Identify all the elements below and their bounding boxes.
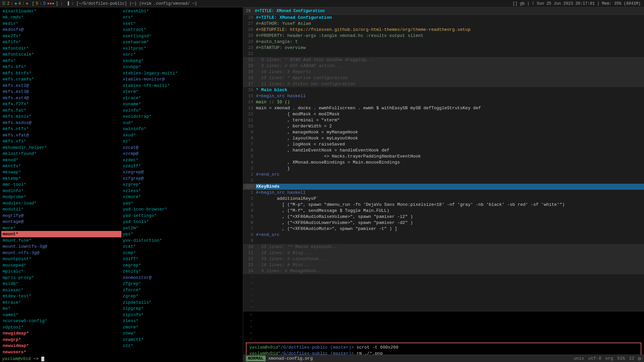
file-item[interactable]: mpris-proxy* bbox=[1, 275, 121, 281]
file-item[interactable]: mklost+found* bbox=[1, 150, 121, 157]
file-item[interactable]: mkfs.vfat@ bbox=[1, 132, 121, 138]
file-item[interactable]: ncursesw6-config* bbox=[1, 318, 121, 324]
file-item[interactable]: zzz* bbox=[121, 343, 241, 349]
file-item[interactable]: ndptool* bbox=[1, 324, 121, 330]
file-item[interactable]: mmc-tool* bbox=[1, 181, 121, 187]
file-item[interactable]: modinfo* bbox=[1, 188, 121, 194]
file-item[interactable]: zegrep* bbox=[121, 262, 241, 268]
shell-prompt[interactable]: yaslam@v0id ~> bbox=[0, 356, 243, 362]
file-item[interactable]: xsettingsd* bbox=[121, 33, 241, 39]
file-item[interactable]: newuidmap* bbox=[1, 343, 121, 349]
file-item[interactable]: mkdosfs@ bbox=[1, 26, 121, 33]
file-item[interactable]: mount.ntfs-3g@ bbox=[1, 250, 121, 256]
file-item[interactable]: xwininfo* bbox=[121, 126, 241, 132]
file-item[interactable]: xvinfo* bbox=[121, 107, 241, 113]
file-item[interactable]: xsetroot* bbox=[121, 26, 241, 33]
file-item[interactable]: xzegrep@ bbox=[121, 169, 241, 175]
file-item[interactable]: zenity* bbox=[121, 268, 241, 274]
file-item[interactable]: xtrace* bbox=[121, 95, 241, 101]
file-item[interactable]: mke2fs* bbox=[1, 33, 121, 39]
file-item[interactable]: xzfgrep@ bbox=[121, 175, 241, 181]
file-item[interactable]: xrevshlbi* bbox=[121, 8, 241, 14]
file-item[interactable]: xrs* bbox=[121, 14, 241, 20]
file-item[interactable]: namei* bbox=[1, 312, 121, 318]
file-item[interactable]: yad* bbox=[121, 200, 241, 206]
file-item[interactable]: modules-load* bbox=[1, 200, 121, 206]
file-item[interactable]: mktemp* bbox=[1, 175, 121, 181]
file-item[interactable]: xsltproc* bbox=[121, 45, 241, 51]
file-item[interactable]: xzdiff* bbox=[121, 163, 241, 169]
file-item[interactable]: xud* bbox=[121, 120, 241, 126]
file-item[interactable]: zipdetails* bbox=[121, 299, 241, 305]
file-item[interactable]: zcat* bbox=[121, 243, 241, 249]
file-item[interactable]: xxud* bbox=[121, 132, 241, 138]
file-item[interactable]: mkntfs* bbox=[1, 163, 121, 169]
file-item[interactable]: newusers* bbox=[1, 349, 121, 355]
file-item[interactable]: znew* bbox=[121, 330, 241, 336]
file-item[interactable]: msiexec* bbox=[1, 287, 121, 293]
file-item[interactable]: mkhomedir_helper* bbox=[1, 144, 121, 150]
file-item[interactable]: zdiff* bbox=[121, 256, 241, 262]
file-item[interactable]: modprobe* bbox=[1, 194, 121, 200]
file-item[interactable]: mousepad* bbox=[1, 262, 121, 268]
file-item[interactable]: xzdec* bbox=[121, 157, 241, 163]
file-item[interactable]: mkfs.ext3@ bbox=[1, 88, 121, 95]
file-item[interactable]: mkfs.ntfs* bbox=[1, 126, 121, 132]
file-item[interactable]: mount.fuse* bbox=[1, 237, 121, 243]
file-item[interactable]: mkfs.ext4@ bbox=[1, 95, 121, 101]
file-item[interactable]: xset* bbox=[121, 20, 241, 26]
file-item[interactable]: zipinfo* bbox=[121, 312, 241, 318]
file-item[interactable]: yad-icon-browser* bbox=[121, 206, 241, 212]
file-item[interactable]: mkfontdir* bbox=[1, 45, 121, 51]
file-item[interactable]: xz* bbox=[121, 138, 241, 144]
file-item[interactable]: xzless* bbox=[121, 188, 241, 194]
file-item[interactable]: xsrc* bbox=[121, 51, 241, 57]
file-item[interactable]: zgrep* bbox=[121, 293, 241, 299]
file-item[interactable]: mount* bbox=[1, 231, 121, 237]
file-item[interactable]: mkfs.xfs* bbox=[1, 138, 121, 144]
file-item[interactable]: zmore* bbox=[121, 324, 241, 330]
file-item[interactable]: zfgrep* bbox=[121, 281, 241, 287]
file-item[interactable]: xzcat@ bbox=[121, 144, 241, 150]
file-item[interactable]: zforce* bbox=[121, 287, 241, 293]
file-item[interactable]: mkfs.minix* bbox=[1, 113, 121, 119]
file-item[interactable]: zenmonitor@ bbox=[121, 275, 241, 281]
file-item[interactable]: mount.lowntfs-3g@ bbox=[1, 243, 121, 249]
file-item[interactable]: xzmore* bbox=[121, 194, 241, 200]
file-item[interactable]: mkfifo* bbox=[1, 39, 121, 45]
file-item[interactable]: modutil* bbox=[1, 206, 121, 212]
file-item[interactable]: xuname* bbox=[121, 101, 241, 107]
file-item[interactable]: xtables-monitor@ bbox=[121, 76, 241, 82]
file-item[interactable]: xvoidstrap* bbox=[121, 113, 241, 119]
file-item[interactable]: xtables-nft-multi* bbox=[121, 82, 241, 88]
file-item[interactable]: mk_cmds* bbox=[1, 14, 121, 20]
file-item[interactable]: mkfs.f2fs* bbox=[1, 101, 121, 107]
file-item[interactable]: xtables-legacy-multi* bbox=[121, 70, 241, 76]
file-item[interactable]: xzgrep* bbox=[121, 181, 241, 187]
file-item[interactable]: zcmp* bbox=[121, 250, 241, 256]
file-item[interactable]: mkfs.btrfs* bbox=[1, 70, 121, 76]
file-item[interactable]: mkfs* bbox=[1, 58, 121, 64]
file-item[interactable]: mountpoint* bbox=[1, 256, 121, 262]
file-item[interactable]: xzcmp@ bbox=[121, 150, 241, 157]
file-item[interactable]: zramctl* bbox=[121, 337, 241, 343]
file-item[interactable]: mkfs.msdos@ bbox=[1, 120, 121, 126]
file-item[interactable]: yad-tools* bbox=[121, 219, 241, 225]
file-item[interactable]: msidb* bbox=[1, 281, 121, 287]
file-item[interactable]: mixartloader* bbox=[1, 8, 121, 14]
file-item[interactable]: yad-settings* bbox=[121, 213, 241, 219]
file-item[interactable]: mkswap* bbox=[1, 169, 121, 175]
file-item[interactable]: mtrace* bbox=[1, 299, 121, 305]
file-item[interactable]: more* bbox=[1, 225, 121, 231]
file-item[interactable]: mknod* bbox=[1, 157, 121, 163]
file-item[interactable]: xsubpp* bbox=[121, 64, 241, 70]
file-item[interactable]: xsetwacom* bbox=[121, 39, 241, 45]
file-item[interactable]: mv* bbox=[1, 305, 121, 311]
file-item[interactable]: montage@ bbox=[1, 219, 121, 225]
file-item[interactable]: xsubpkg* bbox=[121, 58, 241, 64]
file-item[interactable]: mtdev-test* bbox=[1, 293, 121, 299]
file-item[interactable]: yes* bbox=[121, 231, 241, 237]
file-item[interactable]: mkfs.fat* bbox=[1, 107, 121, 113]
file-item[interactable]: xterm* bbox=[121, 88, 241, 95]
file-item[interactable]: zless* bbox=[121, 318, 241, 324]
